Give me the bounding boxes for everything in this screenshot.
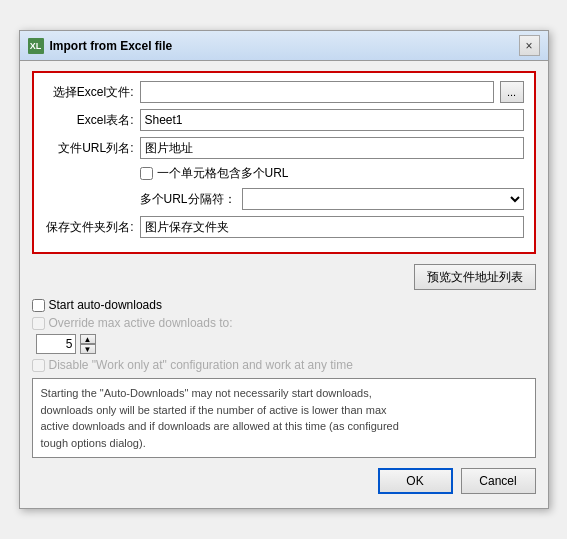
disable-label: Disable "Work only at" configuration and… <box>49 358 353 372</box>
disable-row: Disable "Work only at" configuration and… <box>32 358 536 372</box>
ok-button[interactable]: OK <box>378 468 453 494</box>
sheet-input[interactable] <box>140 109 524 131</box>
preview-row: 预览文件地址列表 <box>32 264 536 290</box>
dialog-icon: XL <box>28 38 44 54</box>
url-column-label: 文件URL列名: <box>44 140 134 157</box>
dialog-window: XL Import from Excel file × 选择Excel文件: .… <box>19 30 549 509</box>
spinner-down-button[interactable]: ▼ <box>80 344 96 354</box>
url-column-row: 文件URL列名: <box>44 137 524 159</box>
sheet-name-row: Excel表名: <box>44 109 524 131</box>
form-section: 选择Excel文件: ... Excel表名: 文件URL列名: 一个单元格包含… <box>32 71 536 254</box>
override-row: Override max active downloads to: <box>32 316 536 330</box>
save-folder-row: 保存文件夹列名: <box>44 216 524 238</box>
info-text: Starting the "Auto-Downloads" may not ne… <box>41 387 399 449</box>
info-box: Starting the "Auto-Downloads" may not ne… <box>32 378 536 458</box>
separator-label: 多个URL分隔符： <box>140 191 236 208</box>
save-folder-input[interactable] <box>140 216 524 238</box>
disable-checkbox[interactable] <box>32 359 45 372</box>
override-checkbox[interactable] <box>32 317 45 330</box>
dialog-title: Import from Excel file <box>50 39 513 53</box>
spinner-row: ▲ ▼ <box>36 334 536 354</box>
sheet-label: Excel表名: <box>44 112 134 129</box>
start-auto-dl-row: Start auto-downloads <box>32 298 536 312</box>
multi-url-label: 一个单元格包含多个URL <box>157 165 289 182</box>
close-button[interactable]: × <box>519 35 540 56</box>
title-bar: XL Import from Excel file × <box>20 31 548 61</box>
auto-downloads-section: Start auto-downloads Override max active… <box>32 298 536 372</box>
separator-select[interactable] <box>242 188 524 210</box>
dialog-body: 选择Excel文件: ... Excel表名: 文件URL列名: 一个单元格包含… <box>20 61 548 508</box>
preview-button[interactable]: 预览文件地址列表 <box>414 264 536 290</box>
multi-url-row: 一个单元格包含多个URL <box>140 165 524 182</box>
start-auto-dl-checkbox[interactable] <box>32 299 45 312</box>
start-auto-dl-label: Start auto-downloads <box>49 298 162 312</box>
bottom-buttons: OK Cancel <box>32 468 536 498</box>
multi-url-checkbox[interactable] <box>140 167 153 180</box>
browse-button[interactable]: ... <box>500 81 524 103</box>
url-column-input[interactable] <box>140 137 524 159</box>
excel-file-input[interactable] <box>140 81 494 103</box>
spinner-up-button[interactable]: ▲ <box>80 334 96 344</box>
save-folder-label: 保存文件夹列名: <box>44 219 134 236</box>
spinner-input[interactable] <box>36 334 76 354</box>
excel-file-label: 选择Excel文件: <box>44 84 134 101</box>
separator-row: 多个URL分隔符： <box>140 188 524 210</box>
cancel-button[interactable]: Cancel <box>461 468 536 494</box>
override-label: Override max active downloads to: <box>49 316 233 330</box>
excel-file-row: 选择Excel文件: ... <box>44 81 524 103</box>
spinner-buttons: ▲ ▼ <box>80 334 96 354</box>
